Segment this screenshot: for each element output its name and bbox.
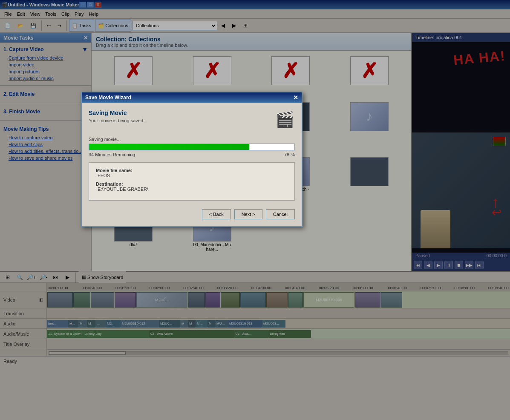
dialog-body: Saving Movie Your movie is being saved. … [82, 103, 302, 226]
dialog-buttons: < Back Next > Cancel [89, 206, 295, 219]
file-name-value: FFOS [96, 173, 110, 178]
dialog-titlebar: Save Movie Wizard ✕ [82, 92, 302, 103]
destination-label: Destination: [96, 181, 123, 187]
progress-section: Saving movie... 34 Minutes Remaining 78 … [89, 137, 295, 157]
dialog-icon: 🎬 [274, 109, 295, 130]
next-button[interactable]: Next > [234, 209, 262, 219]
file-name-field: Movie file name: FFOS [96, 168, 288, 178]
save-dialog: Save Movie Wizard ✕ Saving Movie Your mo… [81, 92, 303, 227]
saving-label: Saving movie... [89, 137, 295, 142]
progress-info: 34 Minutes Remaining 78 % [89, 152, 295, 157]
file-name-label: Movie file name: [96, 168, 133, 173]
dialog-header-section: Saving Movie Your movie is being saved. … [89, 109, 295, 130]
dialog-section-subtitle: Your movie is being saved. [89, 118, 144, 123]
back-button[interactable]: < Back [202, 209, 231, 219]
dialog-overlay: Save Movie Wizard ✕ Saving Movie Your mo… [0, 0, 510, 420]
dialog-title: Save Movie Wizard [85, 95, 131, 101]
progress-pct: 78 % [284, 152, 295, 157]
destination-value: E:\YOUTUBE GRABER\ [96, 187, 148, 192]
dialog-content: Movie file name: FFOS Destination: E:\YO… [89, 162, 295, 201]
dialog-section-title: Saving Movie [89, 109, 144, 116]
progress-bar-fill [89, 144, 249, 150]
movie-reel-icon: 🎬 [275, 111, 294, 129]
destination-field: Destination: E:\YOUTUBE GRABER\ [96, 181, 288, 192]
dialog-title-text: Saving Movie Your movie is being saved. [89, 109, 144, 123]
progress-bar-container [89, 144, 295, 150]
time-remaining: 34 Minutes Remaining [89, 152, 135, 157]
dialog-close-button[interactable]: ✕ [293, 94, 298, 101]
cancel-button[interactable]: Cancel [266, 209, 295, 219]
